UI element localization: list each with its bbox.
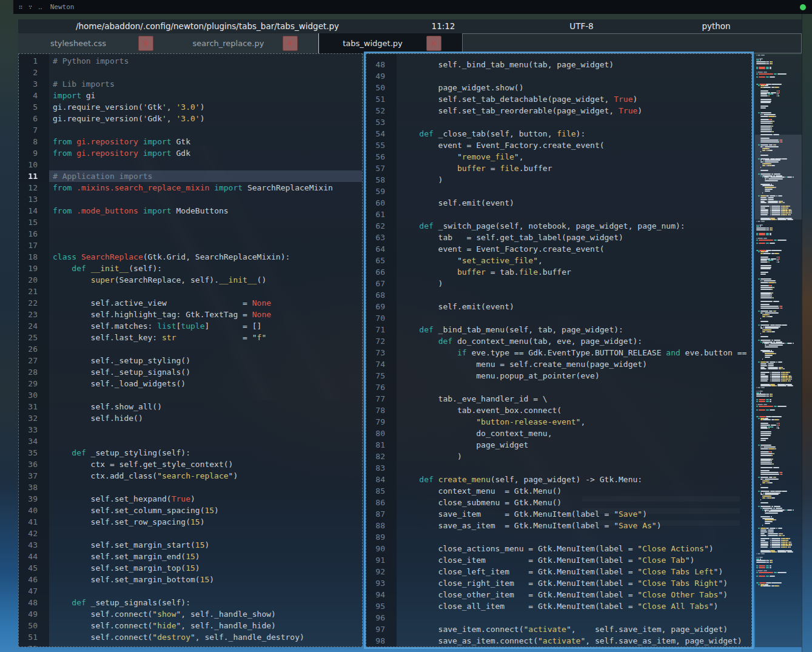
code-line[interactable]: 15 — [19, 217, 362, 228]
code-line[interactable]: 76 — [366, 381, 751, 393]
code-line[interactable]: 26 — [19, 343, 362, 355]
code-line[interactable]: 27 self._setup_styling() — [19, 355, 362, 366]
code-pane-left[interactable]: 1# Python imports23# Lib imports4import … — [18, 53, 363, 647]
code-line[interactable]: 52 — [19, 643, 362, 647]
code-line[interactable]: 46 self.set_margin_bottom(15) — [19, 574, 362, 585]
code-line[interactable]: 29 self._load_widgets() — [19, 378, 362, 389]
code-line[interactable]: 52 self.set_tab_reorderable(page_widget,… — [366, 105, 751, 116]
code-line[interactable]: 40 self.set_column_spacing(15) — [19, 505, 362, 516]
code-line[interactable]: 11# Application imports — [19, 170, 362, 182]
code-line[interactable]: 22 self.active_view = None — [19, 297, 362, 309]
code-line[interactable]: 86 close_submenu = Gtk.Menu() — [366, 497, 751, 508]
code-line[interactable]: 2 — [19, 67, 362, 78]
code-line[interactable]: 97 save_item.connect("activate", self.sa… — [366, 623, 751, 635]
code-line[interactable]: 1# Python imports — [19, 55, 362, 67]
code-line[interactable]: 84 def create_menu(self, page_widget) ->… — [366, 474, 751, 485]
code-line[interactable]: 83 — [366, 462, 751, 474]
code-line[interactable]: 10 — [19, 159, 362, 170]
code-line[interactable]: 9from gi.repository import Gdk — [19, 147, 362, 159]
code-line[interactable]: 8from gi.repository import Gtk — [19, 136, 362, 147]
code-line[interactable]: 32 self.hide() — [19, 412, 362, 424]
code-line[interactable]: 74 menu = self.create_menu(page_widget) — [366, 358, 751, 370]
tab-stylesheet-css[interactable]: stylesheet.css✕ — [18, 33, 174, 53]
code-line[interactable]: 6gi.require_version('Gdk', '3.0') — [19, 113, 362, 124]
code-line[interactable]: 73 if eve.type == Gdk.EventType.BUTTON_R… — [366, 347, 751, 358]
code-line[interactable]: 49 — [366, 70, 751, 82]
code-line[interactable]: 36 ctx = self.get_style_context() — [19, 459, 362, 470]
code-line[interactable]: 72 def do_context_menu(tab, eve, page_wi… — [366, 335, 751, 347]
code-line[interactable]: 4import gi — [19, 90, 362, 101]
tab-tabs-widget-py[interactable]: tabs_widget.py✕ — [318, 33, 462, 53]
code-line[interactable]: 57 buffer = file.buffer — [366, 163, 751, 174]
code-line[interactable]: 35 def _setup_styling(self): — [19, 447, 362, 459]
code-line[interactable]: 14from .mode_buttons import ModeButtons — [19, 205, 362, 217]
code-line[interactable]: 93 close_right_item = Gtk.MenuItem(label… — [366, 577, 751, 589]
code-line[interactable]: 43 self.set_margin_start(15) — [19, 539, 362, 551]
tab-search-replace-py[interactable]: search_replace.py✕ — [174, 33, 318, 53]
workspace-dot-icon[interactable]: ‥ — [38, 4, 43, 10]
code-line[interactable]: 16 — [19, 228, 362, 240]
code-line[interactable]: 47 — [19, 585, 362, 597]
code-line[interactable]: 53 — [366, 116, 751, 128]
code-scroll-area[interactable]: 1# Python imports23# Lib imports4import … — [19, 54, 362, 647]
code-line[interactable]: 82 ) — [366, 451, 751, 462]
code-line[interactable]: 61 — [366, 209, 751, 220]
code-line[interactable]: 18class SearchReplace(Gtk.Grid, SearchRe… — [19, 251, 362, 263]
workspace-dot-icon[interactable]: ∵ — [29, 4, 33, 10]
code-line[interactable]: 20 super(SearchReplace, self).__init__() — [19, 274, 362, 286]
code-line[interactable]: 64 event = Event_Factory.create_event( — [366, 243, 751, 255]
code-line[interactable]: 50 page_widget.show() — [366, 82, 751, 93]
code-line[interactable]: 95 close_all_item = Gtk.MenuItem(label =… — [366, 600, 751, 612]
code-line[interactable]: 79 "button-release-event", — [366, 416, 751, 428]
code-line[interactable]: 24 self.matches: list[tuple] = [] — [19, 320, 362, 332]
code-line[interactable]: 98 save_as_item.connect("activate", self… — [366, 635, 751, 647]
code-line[interactable]: 12from .mixins.search_replace_mixin impo… — [19, 182, 362, 193]
code-line[interactable]: 42 — [19, 528, 362, 539]
code-line[interactable]: 75 menu.popup_at_pointer(eve) — [366, 370, 751, 381]
code-line[interactable]: 78 tab.event_box.connect( — [366, 405, 751, 416]
code-line[interactable]: 77 tab._eve_handler_id = \ — [366, 393, 751, 405]
code-line[interactable]: 54 def _close_tab(self, button, file): — [366, 128, 751, 139]
tab-close-button[interactable]: ✕ — [138, 36, 153, 51]
code-line[interactable]: 33 — [19, 424, 362, 435]
code-line[interactable]: 68 — [366, 289, 751, 301]
code-line[interactable]: 51 self.set_tab_detachable(page_widget, … — [366, 93, 751, 105]
code-line[interactable]: 51 self.connect("destroy", self._handle_… — [19, 631, 362, 643]
code-line[interactable]: 66 buffer = tab.file.buffer — [366, 266, 751, 278]
code-line[interactable]: 34 — [19, 435, 362, 447]
code-line[interactable]: 69 self.emit(event) — [366, 301, 751, 312]
code-line[interactable]: 70 — [366, 312, 751, 324]
code-line[interactable]: 59 — [366, 186, 751, 197]
code-line[interactable]: 48 def _setup_signals(self): — [19, 597, 362, 608]
code-pane-right-focused[interactable]: 48 self._bind_tab_menu(tab, page_widget)… — [366, 53, 752, 647]
code-line[interactable]: 28 self._setup_signals() — [19, 366, 362, 378]
code-line[interactable]: 38 — [19, 482, 362, 493]
code-line[interactable]: 65 "set_active_file", — [366, 255, 751, 266]
minimap[interactable] — [755, 55, 802, 647]
workspace-indicator[interactable]: ∷ ∵ ‥ — [19, 4, 43, 10]
code-line[interactable]: 63 tab = self.get_tab_label(page_widget) — [366, 232, 751, 243]
code-line[interactable]: 44 self.set_margin_end(15) — [19, 551, 362, 562]
code-line[interactable]: 50 self.connect("hide", self._handle_hid… — [19, 620, 362, 631]
code-line[interactable]: 80 do_context_menu, — [366, 428, 751, 439]
code-line[interactable]: 94 close_other_item = Gtk.MenuItem(label… — [366, 589, 751, 600]
code-line[interactable]: 41 self.set_row_spacing(15) — [19, 516, 362, 528]
code-line[interactable]: 7 — [19, 124, 362, 136]
workspace-dot-icon[interactable]: ∷ — [19, 4, 23, 10]
code-line[interactable]: 85 context_menu = Gtk.Menu() — [366, 485, 751, 497]
code-line[interactable]: 45 self.set_margin_top(15) — [19, 562, 362, 574]
code-line[interactable]: 25 self.last_key: str = "f" — [19, 332, 362, 343]
code-scroll-area[interactable]: 48 self._bind_tab_menu(tab, page_widget)… — [366, 54, 751, 647]
code-line[interactable]: 71 def _bind_tab_menu(self, tab, page_wi… — [366, 324, 751, 335]
code-line[interactable]: 13 — [19, 193, 362, 205]
code-line[interactable]: 37 ctx.add_class("search-replace") — [19, 470, 362, 482]
code-line[interactable]: 62 def _switch_page(self, notebook, page… — [366, 220, 751, 232]
tab-close-button[interactable]: ✕ — [426, 36, 441, 51]
code-line[interactable]: 56 "remove_file", — [366, 151, 751, 163]
code-line[interactable]: 48 self._bind_tab_menu(tab, page_widget) — [366, 59, 751, 70]
code-line[interactable]: 55 event = Event_Factory.create_event( — [366, 139, 751, 151]
code-line[interactable]: 67 ) — [366, 278, 751, 289]
code-line[interactable]: 81 page_widget — [366, 439, 751, 451]
code-line[interactable]: 87 save_item = Gtk.MenuItem(label = "Sav… — [366, 508, 751, 520]
code-line[interactable]: 23 self.highlight_tag: Gtk.TextTag = Non… — [19, 309, 362, 320]
